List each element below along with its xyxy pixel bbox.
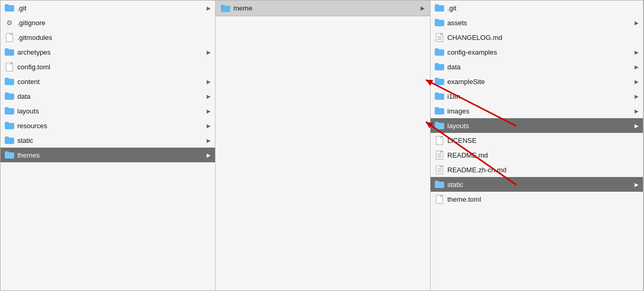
chevron-icon-layouts-3: ▶	[635, 123, 639, 129]
file-item-git-1[interactable]: .git▶	[1, 1, 215, 15]
file-label-config-1: config.toml	[17, 63, 211, 71]
chevron-icon-git-1: ▶	[207, 5, 211, 11]
file-label-themes-1: themes	[17, 151, 207, 159]
file-item-gitmodules-1[interactable]: .gitmodules	[1, 30, 215, 45]
chevron-icon-static-3: ▶	[635, 182, 639, 188]
file-item-examplesite-3[interactable]: exampleSite▶	[431, 74, 643, 89]
folder-icon	[5, 47, 14, 57]
file-item-assets-3[interactable]: assets▶	[431, 15, 643, 30]
file-icon	[5, 62, 14, 71]
chevron-icon-themes-1: ▶	[207, 152, 211, 158]
file-label-resources-1: resources	[17, 122, 207, 130]
chevron-icon-i18n-3: ▶	[635, 93, 639, 99]
file-item-data-3[interactable]: data▶	[431, 59, 643, 74]
folder-icon	[5, 121, 14, 130]
gear-icon: ⚙	[5, 18, 14, 27]
file-label-static-1: static	[17, 137, 207, 144]
file-label-git-1: .git	[17, 4, 207, 12]
file-item-layouts-1[interactable]: layouts▶	[1, 103, 215, 118]
file-label-readmezhcn-3: README.zh-cn.md	[447, 166, 639, 174]
folder-icon	[435, 180, 444, 189]
folder-icon	[435, 3, 444, 13]
chevron-icon-examplesite-3: ▶	[635, 79, 639, 85]
file-item-static-1[interactable]: static▶	[1, 133, 215, 148]
file-label-gitignore-1: .gitignore	[17, 19, 211, 27]
chevron-icon-images-3: ▶	[635, 108, 639, 114]
file-item-resources-1[interactable]: resources▶	[1, 118, 215, 133]
folder-icon	[5, 136, 14, 145]
file-item-license-3[interactable]: LICENSE	[431, 133, 643, 148]
file-label-assets-3: assets	[447, 19, 635, 27]
column-1: .git▶⚙.gitignore.gitmodulesarchetypes▶co…	[1, 1, 216, 290]
file-item-readme-3[interactable]: README.md	[431, 148, 643, 162]
file-icon	[435, 194, 444, 204]
folder-icon	[5, 77, 14, 86]
col2-header-chevron: ▶	[421, 5, 425, 11]
file-item-archetypes-1[interactable]: archetypes▶	[1, 45, 215, 59]
file-item-images-3[interactable]: images▶	[431, 103, 643, 118]
file-item-themetoml-3[interactable]: theme.toml	[431, 192, 643, 206]
chevron-icon-configex-3: ▶	[635, 49, 639, 55]
folder-icon	[435, 106, 444, 116]
textfile-icon	[435, 165, 444, 174]
file-label-static-3: static	[447, 181, 635, 189]
chevron-icon-resources-1: ▶	[207, 123, 211, 129]
file-label-archetypes-1: archetypes	[17, 48, 207, 56]
folder-icon	[435, 18, 444, 27]
file-label-configex-3: config-examples	[447, 48, 635, 56]
file-item-config-1[interactable]: config.toml	[1, 59, 215, 74]
file-label-git-3: .git	[447, 4, 639, 12]
chevron-icon-content-1: ▶	[207, 79, 211, 85]
folder-icon	[435, 77, 444, 86]
chevron-icon-static-1: ▶	[207, 138, 211, 143]
file-label-changelog-3: CHANGELOG.md	[447, 34, 639, 41]
file-item-content-1[interactable]: content▶	[1, 74, 215, 89]
col2-header: meme▶	[216, 1, 430, 16]
file-label-readme-3: README.md	[447, 151, 639, 159]
file-item-readmezhcn-3[interactable]: README.zh-cn.md	[431, 162, 643, 177]
folder-icon	[5, 91, 14, 101]
file-item-themes-1[interactable]: themes▶	[1, 148, 215, 162]
file-label-examplesite-3: exampleSite	[447, 78, 635, 86]
file-label-data-3: data	[447, 63, 635, 71]
chevron-icon-archetypes-1: ▶	[207, 49, 211, 55]
folder-icon	[435, 47, 444, 57]
textfile-icon	[435, 150, 444, 160]
folder-icon	[5, 106, 14, 116]
file-label-layouts-1: layouts	[17, 107, 207, 115]
file-item-i18n-3[interactable]: i18n▶	[431, 89, 643, 103]
file-icon	[5, 33, 14, 42]
col2-header-label: meme	[233, 4, 252, 12]
chevron-icon-assets-3: ▶	[635, 20, 639, 26]
chevron-icon-data-3: ▶	[635, 64, 639, 70]
chevron-icon-data-1: ▶	[207, 93, 211, 99]
textfile-icon	[435, 33, 444, 42]
file-label-layouts-3: layouts	[447, 122, 635, 130]
file-item-data-1[interactable]: data▶	[1, 89, 215, 103]
file-item-layouts-3[interactable]: layouts▶	[431, 118, 643, 133]
file-label-data-1: data	[17, 92, 207, 100]
file-label-license-3: LICENSE	[447, 137, 639, 144]
column-3: .gitassets▶CHANGELOG.mdconfig-examples▶d…	[431, 1, 643, 290]
folder-icon	[435, 121, 444, 130]
folder-icon	[5, 150, 14, 160]
file-item-static-3[interactable]: static▶	[431, 177, 643, 192]
file-item-gitignore-1[interactable]: ⚙.gitignore	[1, 15, 215, 30]
folder-icon	[435, 62, 444, 71]
folder-icon	[221, 5, 230, 12]
file-item-configex-3[interactable]: config-examples▶	[431, 45, 643, 59]
folder-icon	[5, 3, 14, 13]
file-label-i18n-3: i18n	[447, 92, 635, 100]
file-icon	[435, 136, 444, 145]
finder-window: .git▶⚙.gitignore.gitmodulesarchetypes▶co…	[0, 0, 644, 291]
file-label-themetoml-3: theme.toml	[447, 195, 639, 203]
file-item-git-3[interactable]: .git	[431, 1, 643, 15]
folder-icon	[435, 91, 444, 101]
file-label-images-3: images	[447, 107, 635, 115]
chevron-icon-layouts-1: ▶	[207, 108, 211, 114]
file-label-gitmodules-1: .gitmodules	[17, 34, 211, 41]
column-2: meme▶	[216, 1, 431, 290]
file-label-content-1: content	[17, 78, 207, 86]
file-item-changelog-3[interactable]: CHANGELOG.md	[431, 30, 643, 45]
